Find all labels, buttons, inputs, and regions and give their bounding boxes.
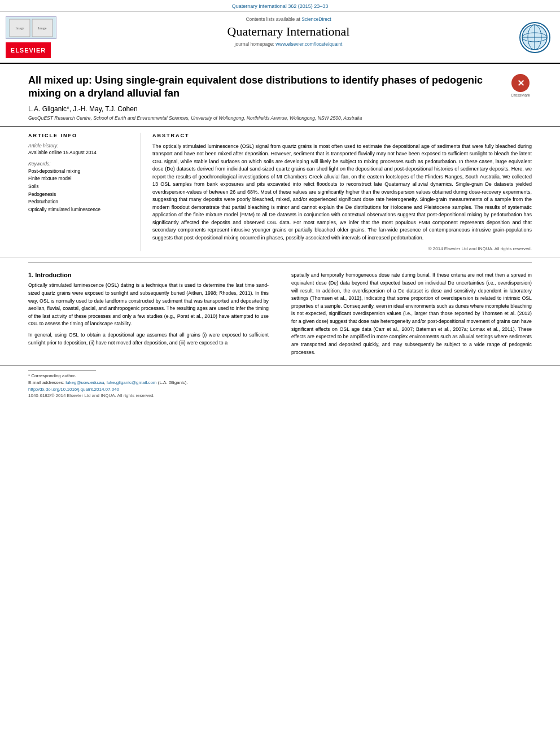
- abstract-text: The optically stimulated luminescence (O…: [152, 143, 532, 242]
- elsevier-logo: ELSEVIER: [6, 42, 51, 58]
- journal-citation-bar: Quaternary International 362 (2015) 23–3…: [0, 0, 560, 12]
- body-left-column: 1. Introduction Optically stimulated lum…: [28, 272, 280, 360]
- doi-line[interactable]: http://dx.doi.org/10.1016/j.quaint.2014.…: [28, 387, 532, 392]
- article-title: All mixed up: Using single-grain equival…: [28, 74, 509, 101]
- crossmark-label: CrossMark: [511, 93, 530, 97]
- intro-section-title: 1. Introduction: [28, 272, 269, 278]
- crossmark-badge[interactable]: ✕ CrossMark: [509, 74, 532, 97]
- svg-text:Image: Image: [16, 27, 24, 30]
- issn-line: 1040-6182/© 2014 Elsevier Ltd and INQUA.…: [28, 393, 532, 398]
- keyword-3: Soils: [28, 183, 129, 191]
- header-right: [515, 16, 554, 58]
- abstract-heading: ABSTRACT: [152, 133, 532, 138]
- intro-body-text: Optically stimulated luminescence (OSL) …: [28, 282, 269, 347]
- footnotes-section: * Corresponding author. E-mail addresses…: [0, 365, 560, 403]
- keyword-4: Pedogenesis: [28, 191, 129, 199]
- article-info-abstract-section: ARTICLE INFO Article history: Available …: [0, 127, 560, 258]
- article-title-row: All mixed up: Using single-grain equival…: [28, 74, 532, 101]
- sciencedirect-link[interactable]: ScienceDirect: [301, 16, 331, 22]
- article-header: All mixed up: Using single-grain equival…: [0, 64, 560, 127]
- article-authors: L.A. Gliganic*, J.-H. May, T.J. Cohen: [28, 105, 532, 113]
- intro-right-paragraph-1: spatially and temporally homogeneous dos…: [291, 272, 532, 356]
- header-left: Image Image ELSEVIER: [6, 16, 62, 58]
- abstract-column: ABSTRACT The optically stimulated lumine…: [141, 133, 532, 252]
- journal-citation-text: Quaternary International 362 (2015) 23–3…: [232, 3, 329, 9]
- intro-right-text: spatially and temporally homogeneous dos…: [291, 272, 532, 356]
- header-center: Contents lists available at ScienceDirec…: [62, 16, 515, 58]
- email-1[interactable]: lukeg@uow.edu.au: [65, 380, 104, 385]
- keywords-label: Keywords:: [28, 161, 129, 167]
- crossmark-logo: ✕: [511, 74, 530, 92]
- journal-url-link[interactable]: www.elsevier.com/locate/quaint: [275, 41, 342, 47]
- email-suffix: (L.A. Gliganic).: [158, 380, 188, 385]
- body-section: 1. Introduction Optically stimulated lum…: [0, 267, 560, 365]
- intro-paragraph-2: In general, using OSL to obtain a deposi…: [28, 331, 269, 347]
- journal-title: Quaternary International: [68, 24, 509, 39]
- article-info-heading: ARTICLE INFO: [28, 133, 129, 138]
- section-divider: [28, 262, 532, 263]
- corresponding-author-note: * Corresponding author.: [28, 373, 532, 378]
- header-top-image: Image Image: [6, 16, 56, 39]
- article-info-column: ARTICLE INFO Article history: Available …: [28, 133, 141, 252]
- keyword-2: Finite mixture model: [28, 175, 129, 183]
- keyword-5: Pedoturbation: [28, 198, 129, 206]
- email-line: E-mail addresses: lukeg@uow.edu.au, luke…: [28, 380, 532, 385]
- svg-text:Image: Image: [38, 27, 47, 30]
- journal-homepage: journal homepage: www.elsevier.com/locat…: [68, 41, 509, 47]
- email-label: E-mail addresses:: [28, 380, 64, 385]
- contents-line: Contents lists available at ScienceDirec…: [68, 16, 509, 22]
- journal-header: Image Image ELSEVIER Contents lists avai…: [0, 12, 560, 64]
- body-right-column: spatially and temporally homogeneous dos…: [280, 272, 532, 360]
- available-online: Available online 15 August 2014: [28, 150, 129, 155]
- keyword-6: Optically stimulated luminescence: [28, 206, 129, 214]
- abstract-copyright: © 2014 Elsevier Ltd and INQUA. All right…: [152, 246, 532, 251]
- article-affiliation: GeoQuEST Research Centre, School of Eart…: [28, 115, 532, 121]
- keyword-1: Post-depositional mixing: [28, 168, 129, 176]
- email-2[interactable]: luke.gliganic@gmail.com: [107, 380, 157, 385]
- intro-title-text: Introduction: [35, 272, 71, 278]
- history-label: Article history:: [28, 143, 129, 148]
- intro-paragraph-1: Optically stimulated luminescence (OSL) …: [28, 282, 269, 328]
- globe-icon: [519, 22, 550, 53]
- keywords-list: Post-depositional mixing Finite mixture …: [28, 168, 129, 214]
